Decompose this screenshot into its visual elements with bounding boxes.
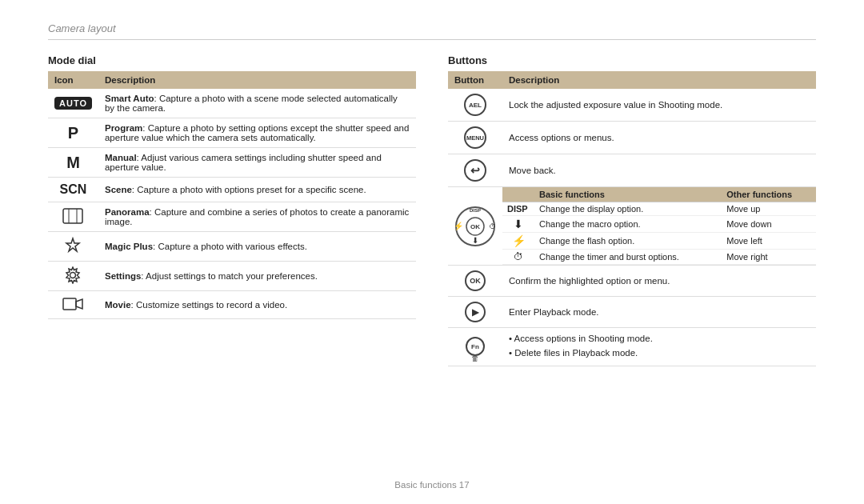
flash-icon: ⚡ — [502, 233, 534, 250]
macro-other: Move down — [722, 216, 816, 233]
nav-row-disp: DISP Change the display option. Move up — [502, 202, 816, 216]
playback-button-icon: ▶ — [465, 302, 486, 322]
desc-cell-fn: Access options in Shooting mode. Delete … — [502, 328, 816, 366]
desc-cell-auto: Smart Auto: Capture a photo with a scene… — [98, 89, 416, 118]
p-mode-icon: P — [68, 124, 78, 142]
table-row: MENU Access options or menus. — [448, 122, 816, 154]
top-divider — [48, 39, 816, 40]
icon-cell-fn: Fn 🗑 — [448, 328, 502, 366]
left-column: Mode dial Icon Description AUTO — [48, 54, 416, 366]
nav-row-macro: ⬇ Change the macro option. Move down — [502, 216, 816, 233]
svg-text:DISP: DISP — [470, 208, 481, 213]
fn-bullet-2: Delete files in Playback mode. — [509, 346, 810, 360]
settings-gear-icon — [64, 266, 82, 284]
desc-rest-settings: : Adjust settings to match your preferen… — [141, 271, 318, 281]
table-row: AUTO Smart Auto: Capture a photo with a … — [48, 89, 416, 118]
buttons-title: Buttons — [448, 54, 816, 66]
timer-other: Move right — [722, 250, 816, 265]
table-row: ▶ Enter Playback mode. — [448, 297, 816, 328]
desc-cell-ael: Lock the adjusted exposure value in Shoo… — [502, 89, 816, 122]
mode-dial-title: Mode dial — [48, 54, 416, 66]
right-column: Buttons Button Description AEL Lock the … — [448, 54, 816, 366]
icon-cell-m: M — [48, 148, 98, 178]
back-button-icon: ↩ — [464, 159, 486, 182]
nav-row-timer: ⏱ Change the timer and burst options. Mo… — [502, 250, 816, 265]
icon-cell-panorama — [48, 202, 98, 232]
desc-rest-p: : Capture a photo by setting options exc… — [105, 123, 409, 142]
disp-other: Move up — [722, 202, 816, 216]
desc-cell-settings: Settings: Adjust settings to match your … — [98, 262, 416, 291]
table-row: M Manual: Adjust various camera settings… — [48, 148, 416, 178]
table-row: P Program: Capture a photo by setting op… — [48, 118, 416, 148]
panorama-icon — [62, 207, 84, 225]
icon-cell-movie — [48, 291, 98, 319]
timer-basic: Change the timer and burst options. — [534, 250, 722, 265]
icon-cell-back: ↩ — [448, 154, 502, 187]
fn-bullet-1: Access options in Shooting mode. — [509, 331, 810, 346]
desc-cell-magic: Magic Plus: Capture a photo with various… — [98, 232, 416, 262]
magic-plus-icon — [64, 237, 82, 254]
svg-text:OK: OK — [470, 223, 480, 230]
flash-other: Move left — [722, 233, 816, 250]
desc-cell-m: Manual: Adjust various camera settings i… — [98, 148, 416, 178]
svg-text:⚡: ⚡ — [454, 221, 464, 231]
fn-button-wrapper: Fn 🗑 — [466, 337, 485, 356]
svg-marker-6 — [76, 299, 82, 309]
desc-cell-back: Move back. — [502, 154, 816, 187]
svg-rect-0 — [63, 209, 82, 223]
page-footer: Basic functions 17 — [0, 480, 864, 490]
icon-cell-p: P — [48, 118, 98, 148]
table-row: OK Confirm the highlighted option or men… — [448, 266, 816, 297]
nested-col-basic: Basic functions — [534, 187, 722, 202]
desc-cell-menu: Access options or menus. — [502, 122, 816, 154]
nav-cluster-icon: DISP ⬇ ⚡ ⏱ OK — [454, 206, 496, 247]
icon-cell-playback: ▶ — [448, 297, 502, 328]
nested-col-icon — [502, 187, 534, 202]
desc-cell-ok: Confirm the highlighted option or menu. — [502, 266, 816, 297]
desc-rest-m: : Adjust various camera settings includi… — [105, 153, 382, 172]
icon-cell-auto: AUTO — [48, 89, 98, 118]
fn-bullet-list: Access options in Shooting mode. Delete … — [509, 331, 810, 361]
icon-cell-ael: AEL — [448, 89, 502, 122]
flash-basic: Change the flash option. — [534, 233, 722, 250]
table-row: DISP ⬇ ⚡ ⏱ OK — [448, 187, 816, 266]
nested-col-other: Other functions — [722, 187, 816, 202]
ael-button-icon: AEL — [464, 94, 486, 116]
svg-point-4 — [70, 273, 76, 278]
desc-bold-panorama: Panorama — [105, 207, 150, 217]
mode-dial-table: Icon Description AUTO Smart Auto: Captur… — [48, 71, 416, 319]
col-desc-header: Description — [98, 71, 416, 89]
desc-cell-playback: Enter Playback mode. — [502, 297, 816, 328]
desc-bold-scn: Scene — [105, 185, 132, 194]
macro-icon: ⬇ — [502, 216, 534, 233]
desc-bold-m: Manual — [105, 153, 137, 162]
main-content: Mode dial Icon Description AUTO — [48, 54, 816, 366]
icon-cell-ok: OK — [448, 266, 502, 297]
disp-basic: Change the display option. — [534, 202, 722, 216]
table-row: Panorama: Capture and combine a series o… — [48, 202, 416, 232]
ok-button-icon: OK — [465, 270, 486, 291]
desc-cell-scn: Scene: Capture a photo with options pres… — [98, 178, 416, 202]
nav-row-flash: ⚡ Change the flash option. Move left — [502, 233, 816, 250]
desc-rest-movie: : Customize settings to record a video. — [131, 300, 288, 310]
table-row: Magic Plus: Capture a photo with various… — [48, 232, 416, 262]
auto-badge-icon: AUTO — [54, 97, 92, 110]
desc-bold-p: Program — [105, 123, 142, 133]
desc-bold-auto: Smart Auto — [105, 94, 154, 103]
table-row: ↩ Move back. — [448, 154, 816, 187]
icon-cell-magic — [48, 232, 98, 262]
menu-button-icon: MENU — [464, 126, 486, 149]
desc-bold-movie: Movie — [105, 300, 131, 310]
desc-bold-magic: Magic Plus — [105, 242, 153, 251]
col-button-header: Button — [448, 71, 502, 89]
desc-cell-movie: Movie: Customize settings to record a vi… — [98, 291, 416, 319]
desc-bold-settings: Settings — [105, 271, 141, 281]
desc-cell-nav: Basic functions Other functions DISP Cha… — [502, 187, 816, 266]
icon-cell-menu: MENU — [448, 122, 502, 154]
icon-cell-nav: DISP ⬇ ⚡ ⏱ OK — [448, 187, 502, 266]
svg-rect-5 — [63, 298, 76, 310]
desc-cell-p: Program: Capture a photo by setting opti… — [98, 118, 416, 148]
desc-rest-magic: : Capture a photo with various effects. — [153, 242, 307, 251]
col-icon-header: Icon — [48, 71, 98, 89]
page-title: Camera layout — [48, 22, 816, 34]
